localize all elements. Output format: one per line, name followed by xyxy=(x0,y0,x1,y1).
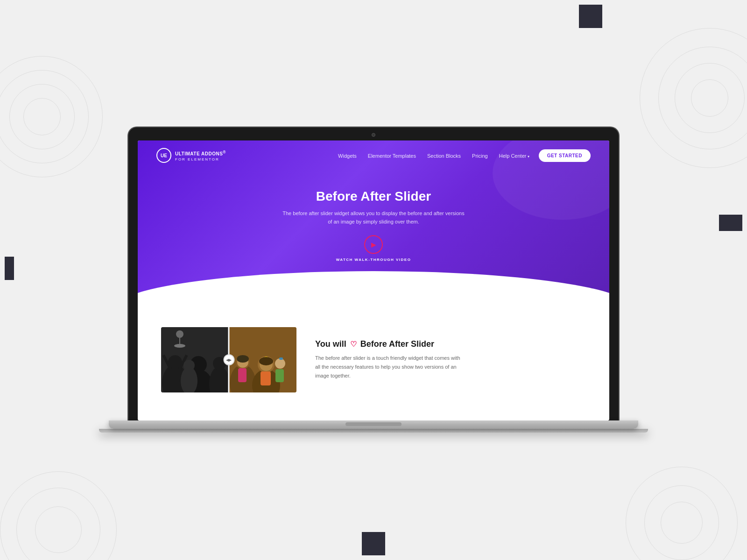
before-after-preview: ◀▶ xyxy=(161,327,296,392)
circle-bottom-right xyxy=(616,457,747,560)
content-title-you-will: You will xyxy=(315,339,346,349)
content-section: ◀▶ xyxy=(138,299,609,420)
nav-link-help[interactable]: Help Center xyxy=(499,153,529,159)
svg-point-28 xyxy=(259,357,273,365)
circle-bottom-left xyxy=(0,471,117,560)
slider-circle: ◀▶ xyxy=(223,354,234,365)
content-description: The before after slider is a touch frien… xyxy=(315,354,465,380)
nav-link-widgets[interactable]: Widgets xyxy=(338,153,357,159)
brand-name: ULTIMATE ADDONS® xyxy=(175,151,226,156)
laptop-bottom xyxy=(99,429,648,433)
svg-point-21 xyxy=(275,358,285,369)
laptop-screen: UE ULTIMATE ADDONS® FOR ELEMENTOR Widget… xyxy=(138,140,609,420)
website: UE ULTIMATE ADDONS® FOR ELEMENTOR Widget… xyxy=(138,140,609,420)
nav-link-pricing[interactable]: Pricing xyxy=(472,153,488,159)
laptop: UE ULTIMATE ADDONS® FOR ELEMENTOR Widget… xyxy=(128,127,619,433)
laptop-bezel: UE ULTIMATE ADDONS® FOR ELEMENTOR Widget… xyxy=(128,127,619,420)
nav-item-section-blocks[interactable]: Section Blocks xyxy=(427,151,461,160)
svg-rect-22 xyxy=(238,368,247,382)
hero-title: Before After Slider xyxy=(316,189,431,204)
slider-handle[interactable]: ◀▶ xyxy=(228,327,230,392)
before-image xyxy=(161,327,229,392)
deco-square-top-right xyxy=(579,5,602,28)
after-image xyxy=(229,327,296,392)
get-started-button[interactable]: GET STARTED xyxy=(539,149,591,162)
svg-point-27 xyxy=(237,355,249,363)
nav-item-widgets[interactable]: Widgets xyxy=(338,151,357,160)
nav-link-section-blocks[interactable]: Section Blocks xyxy=(427,153,461,159)
hero-subtitle: The before after slider widget allows yo… xyxy=(280,210,467,226)
svg-point-11 xyxy=(176,330,183,338)
brand-sub: FOR ELEMENTOR xyxy=(175,157,226,162)
nav-links: Widgets Elementor Templates Section Bloc… xyxy=(338,151,529,160)
play-button[interactable]: ▶ xyxy=(364,235,383,254)
logo: UE ULTIMATE ADDONS® FOR ELEMENTOR xyxy=(156,148,226,163)
deco-square-bottom-center xyxy=(362,532,385,555)
hero-section: UE ULTIMATE ADDONS® FOR ELEMENTOR Widget… xyxy=(138,140,609,299)
watch-label: WATCH WALK-THROUGH VIDEO xyxy=(336,258,411,262)
content-heading: You will ♡ Before After Slider xyxy=(315,339,586,349)
logo-icon: UE xyxy=(156,148,171,163)
deco-square-mid-right xyxy=(719,215,742,231)
circle-group-right xyxy=(635,23,747,173)
content-text: You will ♡ Before After Slider The befor… xyxy=(315,339,586,380)
circle-group-left xyxy=(0,47,112,187)
content-title-slider: Before After Slider xyxy=(360,339,434,349)
nav-item-help[interactable]: Help Center xyxy=(499,151,529,160)
nav-item-elementor[interactable]: Elementor Templates xyxy=(368,151,416,160)
svg-rect-24 xyxy=(275,369,284,382)
svg-point-10 xyxy=(183,360,195,371)
logo-text-wrap: ULTIMATE ADDONS® FOR ELEMENTOR xyxy=(175,149,226,162)
logo-icon-text: UE xyxy=(161,153,167,158)
laptop-base xyxy=(109,420,638,429)
deco-square-mid-left xyxy=(5,257,14,280)
hero-content: Before After Slider The before after sli… xyxy=(138,170,609,299)
nav-item-pricing[interactable]: Pricing xyxy=(472,151,488,160)
laptop-camera xyxy=(372,133,375,137)
navigation: UE ULTIMATE ADDONS® FOR ELEMENTOR Widget… xyxy=(138,140,609,170)
svg-rect-26 xyxy=(279,357,283,360)
nav-link-elementor[interactable]: Elementor Templates xyxy=(368,153,416,159)
heart-icon: ♡ xyxy=(350,340,357,349)
svg-rect-23 xyxy=(261,371,271,385)
svg-point-13 xyxy=(174,344,185,348)
